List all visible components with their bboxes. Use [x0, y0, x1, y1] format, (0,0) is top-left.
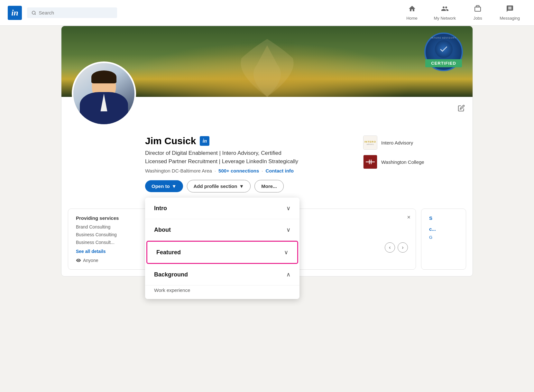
company-intero: INTERO advisory Intero Advisory [363, 135, 460, 150]
intero-logo: INTERO advisory [363, 135, 377, 150]
dropdown-featured-label: Featured [156, 249, 181, 256]
visibility-label: Anyone [83, 258, 98, 263]
nav-home[interactable]: Home [399, 2, 425, 23]
next-notification-button[interactable]: › [398, 242, 408, 253]
more-button[interactable]: More... [254, 180, 283, 192]
svg-rect-2 [366, 162, 375, 163]
badge-top-text: INTERO ADVISORY [431, 37, 456, 39]
search-icon [32, 10, 36, 15]
dropdown-background-chevron: ∧ [286, 271, 290, 278]
edit-profile-button[interactable] [458, 105, 465, 113]
nav-my-network[interactable]: My Network [428, 2, 463, 23]
dropdown-background-label: Background [154, 271, 188, 278]
svg-rect-4 [371, 160, 372, 164]
nav-network-label: My Network [434, 16, 456, 21]
main-nav: Home My Network Jobs Messaging [399, 2, 527, 23]
svg-rect-3 [369, 160, 370, 164]
home-icon [408, 5, 416, 14]
dropdown-item-background[interactable]: Background ∧ [145, 264, 299, 285]
close-notification-button[interactable]: × [407, 214, 410, 221]
nav-jobs-label: Jobs [473, 16, 482, 21]
open-to-button[interactable]: Open to ▼ [145, 180, 183, 192]
prev-notification-button[interactable]: ‹ [385, 242, 395, 253]
s-card-link[interactable]: G [429, 235, 432, 240]
certified-badge: INTERO ADVISORY CERTIFIED [424, 33, 466, 74]
s-card-text: Sc... [429, 215, 458, 232]
search-input[interactable] [39, 10, 113, 15]
linkedin-logo[interactable]: in [8, 6, 22, 20]
dropdown-item-featured[interactable]: Featured ∨ [146, 241, 298, 264]
dropdown-item-intro[interactable]: Intro ∨ [145, 198, 299, 219]
avatar [72, 61, 136, 126]
profile-headline: Director of Digital Enablement | Intero … [145, 149, 370, 165]
network-icon [441, 5, 449, 14]
profile-name: Jim Cusick [145, 135, 196, 146]
dropdown-intro-label: Intro [154, 205, 167, 212]
add-profile-section-button[interactable]: Add profile section ▼ [187, 180, 251, 192]
s-card: Sc... G [421, 209, 466, 270]
profile-companies: INTERO advisory Intero Advisory [363, 135, 460, 174]
intero-name: Intero Advisory [381, 140, 413, 145]
dropdown-about-label: About [154, 227, 171, 233]
badge-text: CERTIFIED [425, 59, 462, 67]
svg-point-0 [32, 11, 35, 14]
navbar: in Home My Network Jobs [0, 0, 534, 26]
dropdown-work-experience[interactable]: Work experience [145, 285, 299, 299]
jobs-icon [474, 5, 482, 14]
nav-messaging-label: Messaging [500, 16, 520, 21]
connections-link[interactable]: 500+ connections [218, 168, 259, 173]
dropdown-item-about[interactable]: About ∨ [145, 219, 299, 241]
washington-logo [363, 155, 377, 169]
dropdown-featured-chevron: ∨ [284, 249, 288, 256]
nav-jobs[interactable]: Jobs [465, 2, 491, 23]
dropdown-intro-chevron: ∨ [286, 205, 290, 212]
profile-location: Washington DC-Baltimore Area [145, 168, 212, 173]
eye-icon [76, 258, 81, 263]
washington-name: Washington College [381, 159, 424, 165]
svg-line-1 [35, 14, 36, 14]
company-washington: Washington College [363, 155, 460, 169]
search-bar[interactable] [27, 7, 117, 18]
dropdown-work-experience-label: Work experience [154, 287, 190, 293]
contact-info-link[interactable]: Contact info [266, 168, 294, 173]
nav-home-label: Home [406, 16, 418, 21]
messaging-icon [506, 5, 514, 14]
add-profile-dropdown: Intro ∨ About ∨ Featured ∨ Ba [145, 198, 299, 299]
linkedin-inline-badge: in [200, 136, 209, 146]
profile-actions: Open to ▼ Add profile section ▼ More... … [145, 180, 460, 192]
dropdown-about-chevron: ∨ [286, 226, 290, 233]
nav-messaging[interactable]: Messaging [493, 2, 526, 23]
